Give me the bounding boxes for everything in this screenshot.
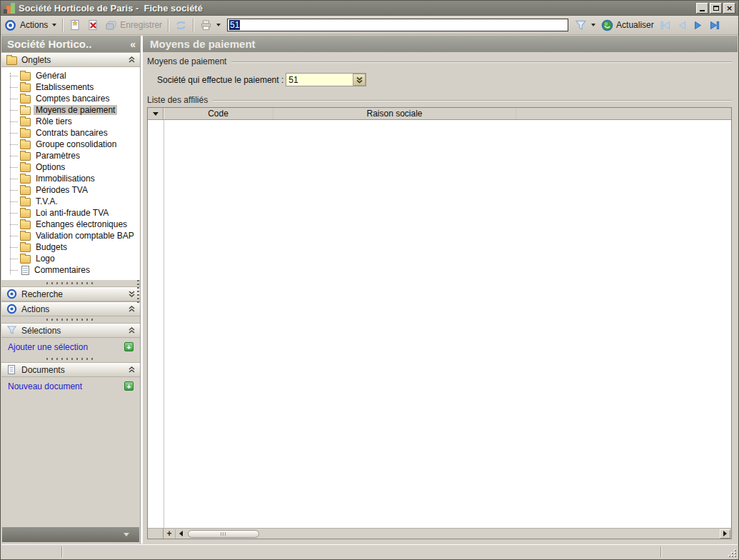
folder-icon	[20, 209, 31, 218]
tree-item-t-v-a-[interactable]: T.V.A.	[1, 196, 140, 207]
sidebar-splitter[interactable]	[1, 280, 140, 286]
tree-item-groupe-consolidation[interactable]: Groupe consolidation	[1, 139, 140, 150]
toolbar-separator	[168, 19, 169, 32]
sync-button[interactable]	[173, 18, 189, 33]
close-icon: ×	[726, 4, 733, 12]
sidebar-splitter[interactable]	[1, 356, 140, 362]
add-document-button[interactable]: +	[124, 381, 134, 391]
filter-button[interactable]	[573, 18, 598, 33]
chevron-up-double-icon	[129, 366, 135, 373]
tree-item-immobilisations[interactable]: Immobilisations	[1, 173, 140, 184]
refresh-icon	[601, 19, 613, 31]
tree-item-options[interactable]: Options	[1, 161, 140, 173]
tree-item-label: Rôle tiers	[34, 116, 74, 126]
save-button[interactable]: Enregistrer	[103, 18, 164, 33]
tree-item-contrats-bancaires[interactable]: Contrats bancaires	[1, 127, 140, 139]
tree-item-logo[interactable]: Logo	[1, 253, 140, 264]
group-liste-affilies: Liste des affiliés	[147, 95, 732, 105]
window-title: Société Horticole de Paris - Fiche socié…	[19, 3, 693, 14]
affilies-grid: Code Raison sociale +	[147, 107, 732, 539]
payer-combobox[interactable]: 51	[286, 73, 366, 86]
next-record-button[interactable]	[690, 19, 705, 32]
chevron-up-double-icon	[129, 327, 135, 334]
tree-item-comptes-bancaires[interactable]: Comptes bancaires	[1, 93, 140, 104]
tree-item-label: Moyens de paiement	[34, 105, 117, 115]
chevron-up-double-icon	[129, 56, 135, 63]
last-record-button[interactable]	[707, 19, 722, 32]
column-header-empty	[516, 108, 731, 119]
previous-record-button[interactable]	[674, 19, 689, 32]
sidebar-bottom-bar[interactable]	[2, 527, 139, 542]
record-search-input[interactable]: 51	[227, 19, 568, 31]
filter-funnel-icon	[575, 19, 587, 31]
arrow-left-icon	[179, 531, 183, 536]
window-resize-grip[interactable]	[728, 549, 736, 557]
new-document-link[interactable]: Nouveau document	[8, 381, 82, 391]
scroll-left-button[interactable]	[176, 529, 186, 539]
folder-icon	[20, 129, 31, 138]
close-button[interactable]: ×	[723, 3, 735, 14]
sidebar-section-selections[interactable]: Sélections	[1, 323, 140, 338]
tree-item-label: Paramètres	[34, 151, 82, 161]
sidebar: Société Hortico.. « Onglets Général Etab…	[1, 36, 141, 544]
sidebar-section-actions[interactable]: Actions	[1, 301, 140, 316]
refresh-button[interactable]: Actualiser	[599, 18, 656, 33]
tree-item-general[interactable]: Général	[1, 70, 140, 81]
sync-icon	[175, 19, 187, 31]
chevron-up-double-icon	[129, 306, 135, 312]
tree-item-role-tiers[interactable]: Rôle tiers	[1, 116, 140, 127]
sidebar-collapse-button[interactable]: «	[130, 39, 136, 50]
chevron-down-double-icon	[129, 291, 135, 297]
new-record-button[interactable]	[67, 18, 84, 33]
tree-item-parametres[interactable]: Paramètres	[1, 150, 140, 161]
add-row-button[interactable]: +	[164, 529, 176, 539]
onglets-section-header[interactable]: Onglets	[1, 52, 140, 67]
grid-scroll-corner	[148, 529, 164, 539]
toolbar: Actions Enregistrer 51	[1, 16, 738, 35]
tree-item-commentaires[interactable]: Commentaires	[1, 264, 140, 276]
sidebar-splitter[interactable]	[1, 316, 140, 323]
payer-combo-dropdown-button[interactable]	[353, 74, 366, 86]
first-record-button[interactable]	[658, 19, 673, 32]
onglets-label: Onglets	[21, 55, 51, 65]
tree-item-periodes-tva[interactable]: Périodes TVA	[1, 184, 140, 196]
tree-item-echanges-electroniques[interactable]: Echanges électroniques	[1, 219, 140, 230]
payer-label: Société qui effectue le paiement :	[157, 75, 283, 85]
add-selection-button[interactable]: +	[124, 342, 134, 351]
tree-item-etablissements[interactable]: Etablissements	[1, 81, 140, 93]
tree-item-budgets[interactable]: Budgets	[1, 241, 140, 253]
delete-record-button[interactable]	[85, 18, 101, 33]
row-selector-header[interactable]	[148, 108, 164, 119]
app-window: Société Horticole de Paris - Fiche socié…	[0, 0, 739, 560]
actions-section-label: Actions	[21, 304, 49, 314]
refresh-label: Actualiser	[616, 20, 654, 30]
sidebar-section-recherche[interactable]: Recherche	[1, 286, 140, 301]
target-icon	[6, 289, 17, 299]
tree-item-label: Logo	[34, 254, 57, 264]
chevron-down-icon	[124, 533, 129, 536]
tree-item-label: Contrats bancaires	[34, 128, 110, 138]
main-body: Moyens de paiement Société qui effectue …	[143, 52, 738, 544]
actions-menu-button[interactable]: Actions	[18, 19, 59, 31]
folder-icon	[20, 244, 31, 252]
tree-item-validation-comptable-bap[interactable]: Validation comptable BAP	[1, 230, 140, 241]
folder-icon	[20, 198, 31, 206]
column-header-code[interactable]: Code	[164, 108, 273, 119]
print-button[interactable]	[198, 18, 223, 33]
maximize-button[interactable]	[710, 3, 722, 14]
add-selection-link[interactable]: Ajouter une sélection	[8, 342, 88, 352]
column-header-raison-sociale[interactable]: Raison sociale	[273, 108, 516, 119]
horizontal-scrollbar-thumb[interactable]	[188, 530, 259, 538]
target-icon	[6, 304, 17, 314]
tree-item-loi-anti-fraude-tva[interactable]: Loi anti-fraude TVA	[1, 207, 140, 219]
group-moyens-label: Moyens de paiement	[147, 56, 226, 66]
scroll-right-button[interactable]	[720, 529, 730, 539]
sidebar-section-documents[interactable]: Documents	[1, 362, 140, 377]
sidebar-resize-grip[interactable]	[137, 280, 139, 304]
recherche-label: Recherche	[21, 289, 63, 299]
new-document-icon	[69, 19, 81, 31]
minimize-button[interactable]	[696, 3, 708, 14]
tree-item-moyens-de-paiement[interactable]: Moyens de paiement	[1, 104, 140, 116]
selections-link-row: Ajouter une sélection +	[1, 338, 140, 356]
tree-item-label: Immobilisations	[34, 174, 97, 184]
